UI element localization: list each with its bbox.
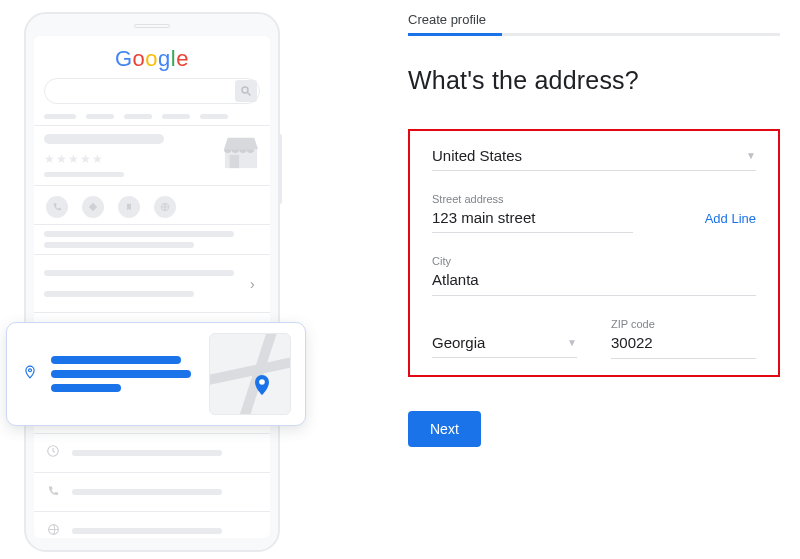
map-pin-icon (250, 370, 274, 407)
zip-input[interactable] (611, 334, 756, 351)
phone-volume-rocker (278, 134, 282, 204)
svg-rect-3 (230, 155, 239, 168)
country-value: United States (432, 147, 746, 164)
city-input[interactable] (432, 271, 756, 288)
star-rating-icon: ★★★★★ (44, 152, 214, 166)
street-field: Street address Add Line (432, 193, 756, 233)
text-line-placeholder (44, 231, 234, 237)
phone-icon (46, 196, 68, 218)
search-icon (235, 80, 257, 102)
state-field[interactable]: Georgia ▼ (432, 318, 577, 359)
address-highlight-box: United States ▼ Street address Add Line … (408, 129, 780, 377)
knowledge-panel-placeholder: ★★★★★ (44, 134, 260, 177)
chevron-right-icon: › (250, 276, 260, 292)
next-button[interactable]: Next (408, 411, 481, 447)
country-field[interactable]: United States ▼ (432, 147, 756, 171)
list-item: › (44, 265, 260, 302)
svg-point-0 (242, 87, 248, 93)
directions-icon (82, 196, 104, 218)
bookmark-icon (118, 196, 140, 218)
list-item (44, 483, 260, 501)
state-value: Georgia (432, 334, 567, 351)
svg-point-7 (29, 369, 32, 372)
clock-icon (44, 444, 62, 462)
progress-bar (408, 33, 780, 36)
globe-icon (154, 196, 176, 218)
list-item (44, 444, 260, 462)
phone-icon (44, 483, 62, 501)
street-input[interactable] (432, 209, 693, 226)
address-form: Create profile What's the address? Unite… (408, 12, 780, 447)
chevron-down-icon: ▼ (746, 150, 756, 161)
globe-icon (44, 522, 62, 538)
map-thumbnail (209, 333, 291, 415)
svg-point-8 (259, 379, 265, 385)
add-line-button[interactable]: Add Line (705, 211, 756, 226)
phone-mockup: Google ★★★★★ (24, 12, 280, 552)
storefront-icon (222, 134, 260, 170)
zip-field: ZIP code (611, 318, 756, 359)
address-preview-card (6, 322, 306, 426)
search-bar-placeholder (44, 78, 260, 104)
action-icons-row (46, 196, 260, 218)
page-title: What's the address? (408, 66, 780, 95)
city-field: City (432, 255, 756, 296)
list-item (44, 522, 260, 538)
search-tabs-placeholder (44, 114, 260, 119)
text-line-placeholder (44, 242, 194, 248)
zip-label: ZIP code (611, 318, 756, 330)
city-label: City (432, 255, 756, 267)
street-label: Street address (432, 193, 756, 205)
svg-line-1 (248, 93, 251, 96)
chevron-down-icon: ▼ (567, 337, 577, 348)
google-logo: Google (44, 46, 260, 72)
phone-screen: Google ★★★★★ (34, 36, 270, 538)
step-title: Create profile (408, 12, 780, 27)
pin-outline-icon (21, 363, 39, 385)
phone-speaker (134, 24, 170, 28)
